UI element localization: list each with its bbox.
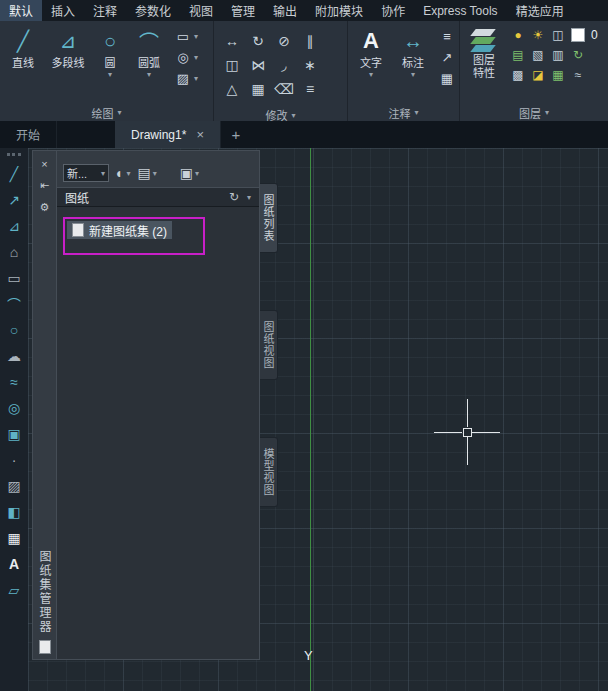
chevron-down-icon[interactable]: ▾ (194, 74, 198, 83)
tab-drawing1-label: Drawing1* (131, 128, 186, 142)
ribbon-tab-bar: 默认 插入 注释 参数化 视图 管理 输出 附加模块 协作 Express To… (0, 0, 608, 21)
text-style-button[interactable]: ≡ (439, 29, 455, 44)
gradient-icon[interactable]: ◧ (4, 502, 24, 522)
leader-button[interactable]: ↗ (439, 50, 455, 65)
text-button[interactable]: A 文字 ▾ (351, 23, 391, 104)
chevron-down-icon[interactable]: ▾ (194, 53, 198, 62)
scale-icon[interactable]: △ (222, 80, 242, 98)
layer-tool-icon[interactable]: ◪ (531, 68, 545, 82)
bulb-icon: ● (511, 28, 525, 42)
rectangle-button[interactable]: ▭ ▾ (175, 29, 198, 44)
polyline-icon[interactable]: ⊿ (4, 216, 24, 236)
erase-icon[interactable]: ⌫ (274, 80, 294, 98)
trim-icon[interactable]: ⊘ (274, 32, 294, 50)
ellipse-button[interactable]: ◎ ▾ (175, 50, 198, 65)
crosshair-bottom (467, 437, 468, 465)
ribbon-tab-insert[interactable]: 插入 (42, 0, 84, 21)
copy-icon[interactable]: ◫ (222, 56, 242, 74)
hatch-icon[interactable]: ▨ (4, 476, 24, 496)
layer-tool-icon[interactable]: ▧ (531, 48, 545, 62)
close-icon[interactable]: × (37, 156, 52, 171)
hatch-button[interactable]: ▨ ▾ (175, 71, 198, 86)
array-icon[interactable]: ▦ (248, 80, 268, 98)
layer-combo[interactable]: ● ☀ ◫ 0 (511, 27, 598, 43)
fillet-icon[interactable]: ◞ (274, 56, 294, 74)
tab-drawing1[interactable]: Drawing1* × (115, 121, 221, 148)
rotate-icon[interactable]: ↻ (248, 32, 268, 50)
chevron-down-icon[interactable]: ▾ (147, 70, 151, 79)
insert-block-icon[interactable]: ▣ (4, 424, 24, 444)
layer-tool-icon[interactable]: ≈ (571, 68, 585, 82)
crosshair-top (467, 399, 468, 427)
layer-tool-icon[interactable]: ▤ (511, 48, 525, 62)
layer-tool-icon[interactable]: ▩ (511, 68, 525, 82)
tab-start[interactable]: 开始 (0, 121, 57, 148)
ribbon-tab-view[interactable]: 视图 (180, 0, 222, 21)
close-icon[interactable]: × (196, 127, 204, 142)
table-icon[interactable]: ▦ (4, 528, 24, 548)
sync-button[interactable]: ◐ ▾ (116, 165, 130, 181)
mirror-icon[interactable]: ⋈ (248, 56, 268, 74)
ray-icon[interactable]: ↗ (4, 190, 24, 210)
autohide-icon[interactable]: ⇤ (37, 178, 52, 193)
properties-icon[interactable]: ≡ (300, 80, 320, 98)
tab-sheet-list[interactable]: 图纸列表 (260, 183, 278, 253)
tree-item-sheetset[interactable]: 新建图纸集 (2) (67, 221, 172, 239)
layer-properties-button[interactable]: 图层特性 (463, 23, 505, 104)
tab-model-views[interactable]: 模型视图 (260, 437, 278, 507)
ribbon-tab-default[interactable]: 默认 (0, 0, 42, 21)
move-icon[interactable]: ↔ (222, 32, 242, 50)
chevron-down-icon[interactable]: ▾ (108, 70, 112, 79)
polyline-button[interactable]: ⊿ 多段线 (45, 23, 91, 104)
tab-sheet-views[interactable]: 图纸视图 (260, 310, 278, 380)
line-icon: ╱ (17, 25, 29, 57)
ribbon-panel-annotate: A 文字 ▾ ↔ 标注 ▾ ≡ ↗ ▦ (348, 21, 460, 121)
layer-tool-icon[interactable]: ▥ (551, 48, 565, 62)
ribbon-tab-output[interactable]: 输出 (264, 0, 306, 21)
chevron-down-icon[interactable]: ▾ (369, 70, 373, 79)
layer-tool-icon[interactable]: ↻ (571, 48, 585, 62)
panel-label-annotate[interactable]: 注释 ▾ (348, 104, 459, 121)
toolbar-grip[interactable] (7, 153, 21, 156)
line-icon[interactable]: ╱ (4, 164, 24, 184)
chevron-down-icon[interactable]: ▾ (194, 32, 198, 41)
ribbon-tab-parametric[interactable]: 参数化 (126, 0, 180, 21)
sheetset-dropdown[interactable]: 新... ▾ (63, 164, 109, 182)
chevron-down-icon: ▾ (545, 108, 549, 117)
chevron-down-icon[interactable]: ▾ (411, 70, 415, 79)
region-icon[interactable]: ▱ (4, 580, 24, 600)
offset-icon[interactable]: ∥ (300, 32, 320, 50)
ribbon-tab-collaborate[interactable]: 协作 (372, 0, 414, 21)
panel-label-modify[interactable]: 修改 ▾ (214, 107, 347, 123)
refresh-icon[interactable]: ↻ (229, 190, 239, 204)
palette-title-bar[interactable]: × ⇤ ⚙ 图纸集管理器 (32, 150, 56, 660)
ellipse-icon[interactable]: ◎ (4, 398, 24, 418)
circle-button[interactable]: ○ 圆 ▾ (93, 23, 127, 104)
ribbon-tab-manage[interactable]: 管理 (222, 0, 264, 21)
new-tab-button[interactable]: + (221, 121, 251, 148)
panel-label-draw[interactable]: 绘图 ▾ (0, 104, 213, 121)
ribbon-tab-annotate[interactable]: 注释 (84, 0, 126, 21)
dimension-button[interactable]: ↔ 标注 ▾ (393, 23, 433, 104)
table-button[interactable]: ▦ (439, 71, 455, 86)
point-icon[interactable]: · (4, 450, 24, 470)
ribbon-tab-addins[interactable]: 附加模块 (306, 0, 372, 21)
chevron-down-icon[interactable]: ▾ (247, 193, 251, 202)
layer-tool-icon[interactable]: ▦ (551, 68, 565, 82)
arc-button[interactable]: ⌒ 圆弧 ▾ (129, 23, 169, 104)
rectangle-icon[interactable]: ▭ (4, 268, 24, 288)
explode-icon[interactable]: ∗ (300, 56, 320, 74)
publish-button[interactable]: ▤ ▾ (137, 165, 156, 181)
spline-icon[interactable]: ≈ (4, 372, 24, 392)
text-icon[interactable]: A (4, 554, 24, 574)
revcloud-icon[interactable]: ☁ (4, 346, 24, 366)
sheet-selections-button[interactable]: ▣ ▾ (180, 165, 199, 181)
ribbon-tab-express-tools[interactable]: Express Tools (414, 0, 506, 21)
ribbon-tab-featured-apps[interactable]: 精选应用 (507, 0, 573, 21)
line-button[interactable]: ╱ 直线 (3, 23, 43, 104)
circle-icon[interactable]: ○ (4, 320, 24, 340)
panel-label-layers[interactable]: 图层 ▾ (460, 104, 608, 121)
polygon-icon[interactable]: ⌂ (4, 242, 24, 262)
arc-icon[interactable]: ⌒ (4, 294, 24, 314)
properties-gear-icon[interactable]: ⚙ (37, 200, 52, 215)
